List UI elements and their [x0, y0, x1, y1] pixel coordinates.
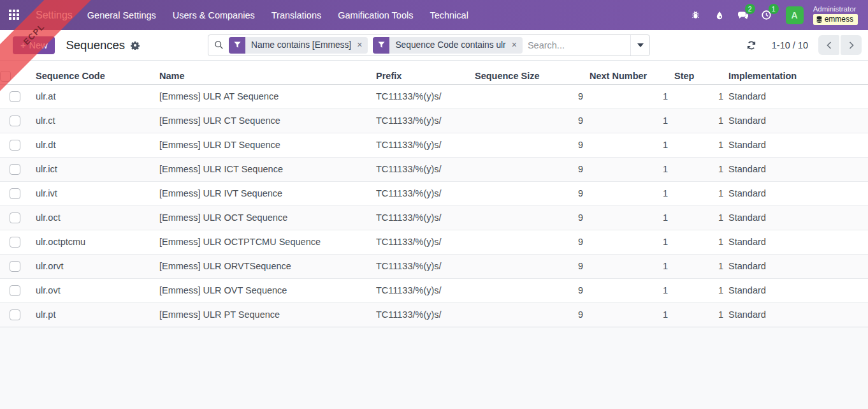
cell-sequence-code: ulr.ct — [29, 108, 153, 133]
cell-prefix: TC11133/%(y)s/ — [370, 302, 475, 327]
cell-sequence-code: ulr.dt — [29, 133, 153, 157]
apps-menu-icon[interactable] — [9, 10, 20, 21]
row-checkbox[interactable] — [10, 309, 20, 320]
select-all-checkbox[interactable] — [0, 71, 11, 82]
cell-step: 1 — [674, 181, 727, 205]
cell-step: 1 — [674, 84, 727, 108]
cell-step: 1 — [674, 254, 727, 278]
cell-sequence-size: 9 — [475, 84, 590, 108]
table-header-row: Sequence Code Name Prefix Sequence Size … — [0, 61, 868, 84]
row-checkbox[interactable] — [10, 164, 20, 175]
cell-prefix: TC11133/%(y)s/ — [370, 254, 475, 278]
row-checkbox[interactable] — [10, 285, 20, 296]
control-panel-left: + New Sequences — [0, 36, 208, 54]
remove-facet-icon[interactable]: × — [510, 40, 523, 50]
pager-next-button[interactable] — [841, 35, 862, 55]
cell-step: 1 — [674, 157, 727, 181]
cell-prefix: TC11133/%(y)s/ — [370, 205, 475, 230]
pager — [818, 35, 862, 55]
refresh-icon[interactable] — [744, 38, 759, 53]
cell-next-number: 1 — [590, 278, 674, 302]
table-row[interactable]: ulr.ct [Emmess] ULR CT Sequence TC11133/… — [0, 108, 868, 133]
table-row[interactable]: ulr.oct [Emmess] ULR OCT Sequence TC1113… — [0, 205, 868, 230]
new-button[interactable]: + New — [13, 36, 55, 54]
cell-next-number: 1 — [590, 230, 674, 254]
user-name: Administrator — [813, 5, 857, 13]
cell-next-number: 1 — [590, 181, 674, 205]
chevron-left-icon — [827, 41, 832, 49]
row-checkbox[interactable] — [10, 237, 20, 248]
app-name-settings[interactable]: Settings — [36, 10, 73, 21]
menu-technical[interactable]: Technical — [423, 10, 474, 20]
assets-droplet-icon[interactable] — [710, 6, 729, 25]
column-header-step[interactable]: Step — [674, 61, 727, 84]
cell-implementation: Standard — [727, 84, 868, 108]
row-checkbox[interactable] — [10, 188, 20, 199]
cell-name: [Emmess] ULR OCT Sequence — [153, 205, 370, 230]
cell-next-number: 1 — [590, 133, 674, 157]
cell-step: 1 — [674, 205, 727, 230]
cell-name: [Emmess] ULR OVT Sequence — [153, 278, 370, 302]
column-header-implementation[interactable]: Implementation — [727, 61, 868, 84]
column-header-prefix[interactable]: Prefix — [370, 61, 475, 84]
filter-facet-label: Name contains [Emmess] — [245, 40, 356, 50]
table-row[interactable]: ulr.ict [Emmess] ULR ICT Sequence TC1113… — [0, 157, 868, 181]
action-gear-icon[interactable] — [131, 41, 140, 50]
cell-step: 1 — [674, 278, 727, 302]
column-header-next-number[interactable]: Next Number — [590, 61, 674, 84]
menu-translations[interactable]: Translations — [265, 10, 328, 20]
pager-previous-button[interactable] — [818, 35, 839, 55]
chevron-right-icon — [849, 41, 854, 49]
control-panel: + New Sequences Name contains [Emmess] × — [0, 30, 868, 61]
cell-implementation: Standard — [727, 108, 868, 133]
cell-implementation: Standard — [727, 133, 868, 157]
filter-facet-name: Name contains [Emmess] × — [229, 37, 368, 54]
user-menu[interactable]: Administrator emmess — [813, 5, 858, 25]
cell-sequence-code: ulr.ivt — [29, 181, 153, 205]
control-panel-right: 1-10 / 10 — [744, 35, 862, 55]
table-row[interactable]: ulr.at [Emmess] ULR AT Sequence TC11133/… — [0, 84, 868, 108]
cell-name: [Emmess] ULR PT Sequence — [153, 302, 370, 327]
search-bar: Name contains [Emmess] × Sequence Code c… — [208, 34, 650, 56]
row-checkbox[interactable] — [10, 91, 20, 102]
column-header-sequence-size[interactable]: Sequence Size — [475, 61, 590, 84]
sequence-table-body: ulr.at [Emmess] ULR AT Sequence TC11133/… — [0, 84, 868, 327]
database-name: emmess — [825, 15, 853, 24]
cell-implementation: Standard — [727, 181, 868, 205]
row-checkbox[interactable] — [10, 261, 20, 272]
cell-sequence-code: ulr.octptcmu — [29, 230, 153, 254]
table-row[interactable]: ulr.pt [Emmess] ULR PT Sequence TC11133/… — [0, 302, 868, 327]
pager-range: 1-10 / 10 — [772, 40, 808, 50]
column-header-name[interactable]: Name — [153, 61, 370, 84]
menu-users-companies[interactable]: Users & Companies — [166, 10, 261, 20]
table-row[interactable]: ulr.octptcmu [Emmess] ULR OCTPTCMU Seque… — [0, 230, 868, 254]
row-checkbox[interactable] — [10, 140, 20, 151]
cell-sequence-code: ulr.pt — [29, 302, 153, 327]
search-dropdown-toggle[interactable] — [630, 35, 649, 56]
row-checkbox[interactable] — [10, 212, 20, 223]
activities-clock-icon[interactable]: 1 — [757, 6, 776, 25]
menu-general-settings[interactable]: General Settings — [81, 10, 163, 20]
messages-icon[interactable]: 2 — [734, 6, 753, 25]
debug-bug-icon[interactable] — [686, 6, 705, 25]
cell-sequence-size: 9 — [475, 108, 590, 133]
table-row[interactable]: ulr.dt [Emmess] ULR DT Sequence TC11133/… — [0, 133, 868, 157]
cell-next-number: 1 — [590, 302, 674, 327]
row-checkbox[interactable] — [10, 115, 20, 126]
table-row[interactable]: ulr.orvt [Emmess] ULR ORVTSequence TC111… — [0, 254, 868, 278]
search-input[interactable] — [528, 35, 630, 56]
cell-implementation: Standard — [727, 254, 868, 278]
table-row[interactable]: ulr.ivt [Emmess] ULR IVT Sequence TC1113… — [0, 181, 868, 205]
user-avatar[interactable]: A — [786, 6, 804, 24]
cell-sequence-size: 9 — [475, 230, 590, 254]
menu-gamification-tools[interactable]: Gamification Tools — [331, 10, 419, 20]
cell-sequence-size: 9 — [475, 278, 590, 302]
remove-facet-icon[interactable]: × — [356, 40, 368, 50]
cell-prefix: TC11133/%(y)s/ — [370, 84, 475, 108]
cell-sequence-size: 9 — [475, 181, 590, 205]
filter-facet-label: Sequence Code contains ulr — [389, 40, 510, 50]
cell-next-number: 1 — [590, 254, 674, 278]
cell-next-number: 1 — [590, 205, 674, 230]
column-header-sequence-code[interactable]: Sequence Code — [29, 61, 153, 84]
table-row[interactable]: ulr.ovt [Emmess] ULR OVT Sequence TC1113… — [0, 278, 868, 302]
